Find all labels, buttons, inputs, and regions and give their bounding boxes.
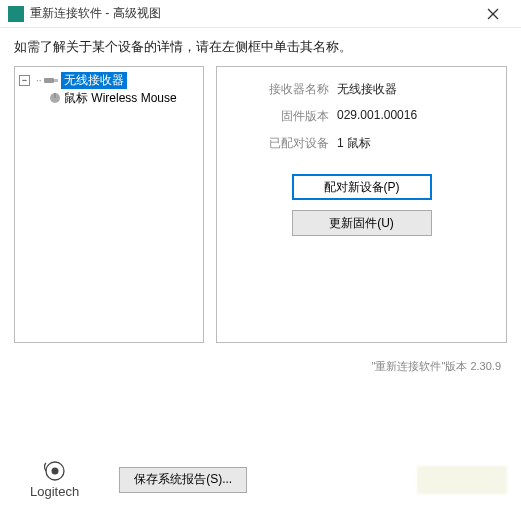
button-area: 配对新设备(P) 更新固件(U) [229,174,494,236]
tree-connector: ·· [36,75,42,86]
footer: Logitech 保存系统报告(S)... [0,460,521,499]
pair-device-button[interactable]: 配对新设备(P) [292,174,432,200]
logo-text: Logitech [30,484,79,499]
detail-panel: 接收器名称 无线接收器 固件版本 029.001.00016 已配对设备 1 鼠… [216,66,507,343]
footer-right-blur [417,466,507,494]
main-area: − ·· 无线接收器 鼠标 Wireless Mouse 接收器名称 无线接收器… [0,66,521,343]
update-firmware-button[interactable]: 更新固件(U) [292,210,432,236]
logo-icon [44,460,66,482]
mouse-icon [47,92,61,104]
detail-value: 029.001.00016 [337,108,417,125]
device-tree: − ·· 无线接收器 鼠标 Wireless Mouse [14,66,204,343]
app-icon [8,6,24,22]
svg-point-7 [51,468,58,475]
instruction-text: 如需了解关于某个设备的详情，请在左侧框中单击其名称。 [0,28,521,66]
detail-label: 固件版本 [229,108,329,125]
svg-rect-3 [54,79,58,82]
detail-row: 接收器名称 无线接收器 [229,81,494,98]
collapse-icon[interactable]: − [19,75,30,86]
receiver-icon [44,75,58,86]
close-icon [487,8,499,20]
logitech-logo: Logitech [30,460,79,499]
tree-child-label: 鼠标 Wireless Mouse [64,90,177,107]
detail-row: 已配对设备 1 鼠标 [229,135,494,152]
detail-value: 无线接收器 [337,81,397,98]
tree-child-row[interactable]: 鼠标 Wireless Mouse [19,89,199,107]
window-title: 重新连接软件 - 高级视图 [30,5,473,22]
tree-root-label: 无线接收器 [61,72,127,89]
tree-root-row[interactable]: − ·· 无线接收器 [19,71,199,89]
titlebar: 重新连接软件 - 高级视图 [0,0,521,28]
detail-row: 固件版本 029.001.00016 [229,108,494,125]
close-button[interactable] [473,0,513,28]
detail-label: 接收器名称 [229,81,329,98]
detail-value: 1 鼠标 [337,135,371,152]
detail-label: 已配对设备 [229,135,329,152]
save-report-button[interactable]: 保存系统报告(S)... [119,467,247,493]
svg-rect-2 [44,78,54,83]
version-text: "重新连接软件"版本 2.30.9 [0,343,521,374]
